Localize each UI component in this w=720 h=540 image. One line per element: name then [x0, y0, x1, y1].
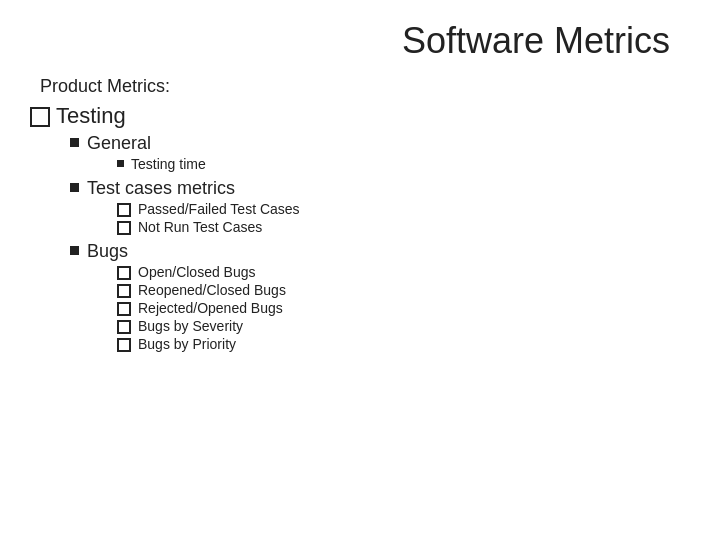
level2-label-not-run: Not Run Test Cases [138, 219, 262, 235]
level2-list-general: Testing time [117, 156, 206, 172]
level2-item-bugs-by-severity: Bugs by Severity [117, 318, 286, 334]
product-metrics-label: Product Metrics: [40, 76, 690, 97]
checkbox-small-icon [117, 284, 131, 298]
level2-label-reopened-closed: Reopened/Closed Bugs [138, 282, 286, 298]
level2-label-bugs-by-priority: Bugs by Priority [138, 336, 236, 352]
level1-label-bugs: Bugs [87, 241, 128, 261]
level2-label-testing-time: Testing time [131, 156, 206, 172]
testing-checkbox-icon [30, 107, 50, 127]
checkbox-small-icon [117, 266, 131, 280]
level2-item-open-closed: Open/Closed Bugs [117, 264, 286, 280]
checkbox-small-icon [117, 221, 131, 235]
level2-item-testing-time: Testing time [117, 156, 206, 172]
level1-label-test-cases-metrics: Test cases metrics [87, 178, 235, 198]
square-bullet-icon [70, 246, 79, 255]
level2-label-rejected-opened: Rejected/Opened Bugs [138, 300, 283, 316]
small-square-bullet-icon [117, 160, 124, 167]
level2-label-open-closed: Open/Closed Bugs [138, 264, 256, 280]
testing-item: Testing [30, 103, 690, 129]
page: Software Metrics Product Metrics: Testin… [0, 0, 720, 540]
level1-list: GeneralTesting timeTest cases metricsPas… [70, 133, 690, 354]
level1-item-bugs: BugsOpen/Closed BugsReopened/Closed Bugs… [70, 241, 690, 354]
level2-item-reopened-closed: Reopened/Closed Bugs [117, 282, 286, 298]
checkbox-small-icon [117, 320, 131, 334]
level2-item-not-run: Not Run Test Cases [117, 219, 300, 235]
checkbox-small-icon [117, 302, 131, 316]
square-bullet-icon [70, 183, 79, 192]
level2-label-bugs-by-severity: Bugs by Severity [138, 318, 243, 334]
testing-label: Testing [56, 103, 126, 129]
square-bullet-icon [70, 138, 79, 147]
level1-label-general: General [87, 133, 151, 153]
level1-item-general: GeneralTesting time [70, 133, 690, 174]
level2-item-rejected-opened: Rejected/Opened Bugs [117, 300, 286, 316]
checkbox-small-icon [117, 203, 131, 217]
checkbox-small-icon [117, 338, 131, 352]
level1-item-test-cases-metrics: Test cases metricsPassed/Failed Test Cas… [70, 178, 690, 237]
level2-item-bugs-by-priority: Bugs by Priority [117, 336, 286, 352]
level2-list-test-cases-metrics: Passed/Failed Test CasesNot Run Test Cas… [117, 201, 300, 235]
level2-item-passed-failed: Passed/Failed Test Cases [117, 201, 300, 217]
level2-label-passed-failed: Passed/Failed Test Cases [138, 201, 300, 217]
page-title: Software Metrics [30, 20, 690, 62]
level2-list-bugs: Open/Closed BugsReopened/Closed BugsReje… [117, 264, 286, 352]
